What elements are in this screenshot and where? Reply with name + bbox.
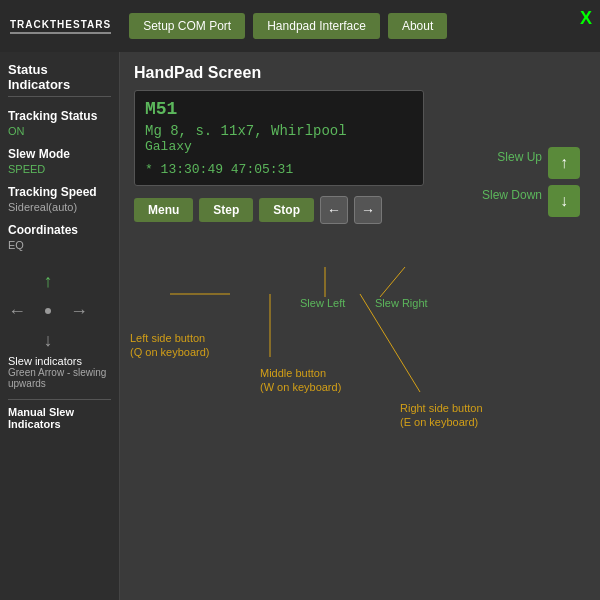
arrow-right-indicator: → (70, 301, 88, 322)
svg-text:Left side button: Left side button (130, 332, 205, 344)
svg-text:Right side button: Right side button (400, 402, 483, 414)
logo: TRACKTHESTARS (10, 19, 111, 34)
slew-mode-label: Slew Mode (8, 147, 111, 161)
coordinates-value: EQ (8, 239, 111, 251)
handpad-display: M51 Mg 8, s. 11x7, Whirlpool Galaxy * 13… (134, 90, 424, 186)
setup-com-port-button[interactable]: Setup COM Port (129, 13, 245, 39)
svg-text:Slew Left: Slew Left (300, 297, 345, 309)
arrow-center-indicator (28, 291, 68, 331)
stop-button[interactable]: Stop (259, 198, 314, 222)
status-indicators-title: Status Indicators (8, 62, 111, 97)
handpad-interface-button[interactable]: Handpad Interface (253, 13, 380, 39)
slew-indicators-label: Slew indicators (8, 355, 111, 367)
arrow-up-indicator: ↑ (44, 271, 53, 292)
slew-up-label: Slew Up (497, 150, 542, 164)
display-line1: M51 (145, 99, 413, 119)
tracking-status-value: ON (8, 125, 111, 137)
arrow-down-indicator: ↓ (44, 330, 53, 351)
content-area: HandPad Screen M51 Mg 8, s. 11x7, Whirlp… (120, 52, 600, 600)
svg-text:(E on keyboard): (E on keyboard) (400, 416, 478, 428)
top-bar: TRACKTHESTARS Setup COM Port Handpad Int… (0, 0, 600, 52)
slew-indicators-desc: Green Arrow - slewing upwards (8, 367, 111, 389)
svg-text:(W on keyboard): (W on keyboard) (260, 381, 341, 393)
handpad-title: HandPad Screen (134, 64, 586, 82)
center-dot (45, 308, 51, 314)
coordinates-label: Coordinates (8, 223, 111, 237)
about-button[interactable]: About (388, 13, 447, 39)
slew-left-button[interactable]: ← (320, 196, 348, 224)
svg-line-10 (360, 294, 420, 392)
sidebar: Status Indicators Tracking Status ON Sle… (0, 52, 120, 600)
manual-slew-label: Manual Slew Indicators (8, 399, 111, 430)
logo-area: TRACKTHESTARS (10, 19, 111, 34)
slew-updown-controls: ↑ ↓ (548, 147, 580, 217)
slew-up-button[interactable]: ↑ (548, 147, 580, 179)
arrow-left-indicator: ← (8, 301, 26, 322)
display-line3: Galaxy (145, 139, 413, 154)
tracking-speed-value: Sidereal(auto) (8, 201, 111, 213)
svg-text:Middle button: Middle button (260, 367, 326, 379)
display-line4: * 13:30:49 47:05:31 (145, 162, 413, 177)
close-icon[interactable]: X (580, 8, 592, 29)
step-button[interactable]: Step (199, 198, 253, 222)
menu-button[interactable]: Menu (134, 198, 193, 222)
main-layout: Status Indicators Tracking Status ON Sle… (0, 52, 600, 600)
display-line2: Mg 8, s. 11x7, Whirlpool (145, 123, 413, 139)
slew-right-button[interactable]: → (354, 196, 382, 224)
svg-text:Slew Right: Slew Right (375, 297, 428, 309)
slew-mode-value: SPEED (8, 163, 111, 175)
svg-text:(Q on keyboard): (Q on keyboard) (130, 346, 209, 358)
slew-down-button[interactable]: ↓ (548, 185, 580, 217)
slew-down-label: Slew Down (482, 188, 542, 202)
slew-indicator-area: ↑ ← → ↓ (8, 271, 88, 351)
tracking-status-label: Tracking Status (8, 109, 111, 123)
svg-line-2 (380, 267, 405, 297)
tracking-speed-label: Tracking Speed (8, 185, 111, 199)
